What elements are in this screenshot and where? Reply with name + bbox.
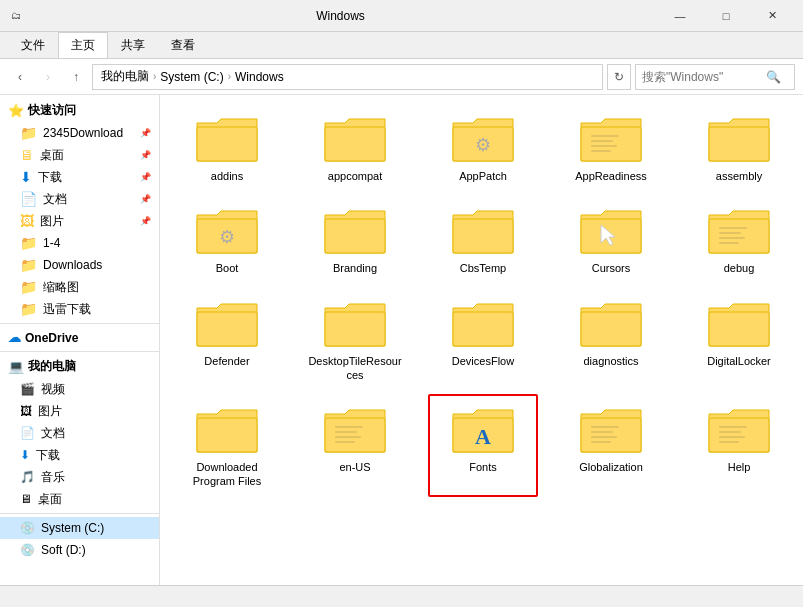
pin-icon: 📌	[140, 172, 151, 182]
sidebar-item-thumbnails[interactable]: 📁 缩略图	[0, 276, 159, 298]
path-system[interactable]: System (C:)	[160, 70, 223, 84]
folder-item[interactable]: Cursors	[556, 195, 666, 283]
forward-button[interactable]: ›	[36, 65, 60, 89]
docs-icon: 📄	[20, 426, 35, 440]
sidebar-item-download1[interactable]: ⬇ 下载 📌	[0, 166, 159, 188]
close-button[interactable]: ✕	[749, 0, 795, 32]
svg-rect-31	[197, 312, 257, 346]
sidebar-item-pics2[interactable]: 🖼 图片	[0, 400, 159, 422]
sidebar-label: 图片	[38, 403, 62, 420]
download-icon: ⬇	[20, 169, 32, 185]
sidebar-item-download2[interactable]: ⬇ 下载	[0, 444, 159, 466]
sidebar-label: Soft (D:)	[41, 543, 86, 557]
folder-thumb	[323, 296, 387, 352]
sidebar-item-systemc[interactable]: 💿 System (C:)	[0, 517, 159, 539]
sidebar-item-video[interactable]: 🎬 视频	[0, 378, 159, 400]
download2-icon: ⬇	[20, 448, 30, 462]
sidebar-item-desktop1[interactable]: 🖥 桌面 📌	[0, 144, 159, 166]
maximize-button[interactable]: □	[703, 0, 749, 32]
folder-item[interactable]: ⚙ Boot	[172, 195, 282, 283]
svg-rect-12	[591, 150, 611, 152]
drive-icon: 💿	[20, 543, 35, 557]
folder-item[interactable]: debug	[684, 195, 794, 283]
folder-item[interactable]: AppReadiness	[556, 103, 666, 191]
folder-item[interactable]: Globalization	[556, 394, 666, 497]
folder-label: Defender	[204, 354, 249, 368]
main-layout: ⭐ 快速访问 📁 2345Download 📌 🖥 桌面 📌 ⬇ 下载 📌 📄 …	[0, 95, 803, 585]
path-sep-1: ›	[153, 71, 156, 82]
sidebar-label: 音乐	[41, 469, 65, 486]
divider-3	[0, 513, 159, 514]
folder-item[interactable]: DevicesFlow	[428, 288, 538, 391]
search-box[interactable]: 🔍	[635, 64, 795, 90]
folder-item[interactable]: Branding	[300, 195, 410, 283]
up-button[interactable]: ↑	[64, 65, 88, 89]
folder-icon: 📁	[20, 257, 37, 273]
path-mypc[interactable]: 我的电脑	[101, 68, 149, 85]
path-windows[interactable]: Windows	[235, 70, 284, 84]
folder-item[interactable]: Defender	[172, 288, 282, 391]
sidebar-item-docs2[interactable]: 📄 文档	[0, 422, 159, 444]
folder-thumb	[707, 203, 771, 259]
tab-view[interactable]: 查看	[158, 32, 208, 58]
sidebar-label: 下载	[36, 447, 60, 464]
back-button[interactable]: ‹	[8, 65, 32, 89]
folder-item[interactable]: Help	[684, 394, 794, 497]
folder-thumb	[451, 203, 515, 259]
folder-icon: 📁	[20, 301, 37, 317]
folder-item[interactable]: CbsTemp	[428, 195, 538, 283]
svg-rect-61	[719, 436, 745, 438]
folder-item[interactable]: DigitalLocker	[684, 288, 794, 391]
folder-grid: addins appcompat ⚙ AppPatch AppReadiness…	[172, 103, 791, 497]
title-bar-icons: 🗂	[8, 8, 24, 24]
sidebar-item-pics1[interactable]: 🖼 图片 📌	[0, 210, 159, 232]
folder-label: Globalization	[579, 460, 643, 474]
folder-label: DesktopTileResources	[306, 354, 404, 383]
folder-thumb	[579, 402, 643, 458]
folder-item[interactable]: diagnostics	[556, 288, 666, 391]
sidebar-item-downloads[interactable]: 📁 Downloads	[0, 254, 159, 276]
ribbon: 文件 主页 共享 查看	[0, 32, 803, 59]
folder-item[interactable]: appcompat	[300, 103, 410, 191]
sidebar-item-14[interactable]: 📁 1-4	[0, 232, 159, 254]
sidebar-item-2345[interactable]: 📁 2345Download 📌	[0, 122, 159, 144]
folder-thumb	[579, 296, 643, 352]
sidebar-item-thunder[interactable]: 📁 迅雷下载	[0, 298, 159, 320]
cloud-icon: ☁	[8, 330, 21, 345]
quick-access-header[interactable]: ⭐ 快速访问	[0, 99, 159, 122]
pics-icon: 🖼	[20, 404, 32, 418]
folder-item[interactable]: A Fonts	[428, 394, 538, 497]
divider-2	[0, 351, 159, 352]
sidebar-item-softd[interactable]: 💿 Soft (D:)	[0, 539, 159, 561]
address-path[interactable]: 我的电脑 › System (C:) › Windows	[92, 64, 603, 90]
folder-item[interactable]: ⚙ AppPatch	[428, 103, 538, 191]
search-input[interactable]	[642, 70, 762, 84]
sidebar-label: 桌面	[38, 491, 62, 508]
mypc-header[interactable]: 💻 我的电脑	[0, 355, 159, 378]
svg-rect-35	[453, 312, 513, 346]
folder-item[interactable]: en-US	[300, 394, 410, 497]
folder-item[interactable]: assembly	[684, 103, 794, 191]
tab-file[interactable]: 文件	[8, 32, 58, 58]
pin-icon: 📌	[140, 216, 151, 226]
folder-item[interactable]: Downloaded Program Files	[172, 394, 282, 497]
folder-label: DigitalLocker	[707, 354, 771, 368]
content-area: addins appcompat ⚙ AppPatch AppReadiness…	[160, 95, 803, 585]
pc-icon: 💻	[8, 359, 24, 374]
svg-rect-29	[719, 242, 739, 244]
folder-item[interactable]: DesktopTileResources	[300, 288, 410, 391]
sidebar-item-docs1[interactable]: 📄 文档 📌	[0, 188, 159, 210]
sidebar-item-desktop2[interactable]: 🖥 桌面	[0, 488, 159, 510]
mypc-label: 我的电脑	[28, 358, 76, 375]
folder-label: Cursors	[592, 261, 631, 275]
minimize-button[interactable]: —	[657, 0, 703, 32]
sidebar-label: 缩略图	[43, 279, 79, 296]
onedrive-header[interactable]: ☁ OneDrive	[0, 327, 159, 348]
folder-label: debug	[724, 261, 755, 275]
refresh-button[interactable]: ↻	[607, 64, 631, 90]
folder-item[interactable]: addins	[172, 103, 282, 191]
tab-home[interactable]: 主页	[58, 32, 108, 58]
sidebar-item-music[interactable]: 🎵 音乐	[0, 466, 159, 488]
tab-share[interactable]: 共享	[108, 32, 158, 58]
svg-rect-58	[709, 418, 769, 452]
